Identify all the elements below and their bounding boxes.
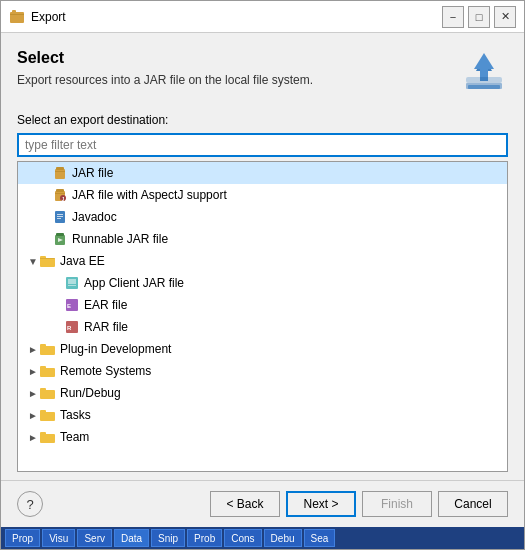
svg-rect-36 xyxy=(40,344,46,348)
tree-item-jar-aspectj[interactable]: J JAR file with AspectJ support xyxy=(18,184,507,206)
team-folder-icon xyxy=(40,429,56,445)
maximize-button[interactable]: □ xyxy=(468,6,490,28)
page-description: Export resources into a JAR file on the … xyxy=(17,73,444,87)
svg-text:E: E xyxy=(67,303,71,309)
spacer-icon xyxy=(38,232,52,246)
app-client-label: App Client JAR file xyxy=(84,276,184,290)
back-button[interactable]: < Back xyxy=(210,491,280,517)
tree-container[interactable]: JAR file J JAR file with AspectJ support xyxy=(17,161,508,472)
tree-item-app-client[interactable]: App Client JAR file xyxy=(18,272,507,294)
javadoc-label: Javadoc xyxy=(72,210,117,224)
tree-item-rar-file[interactable]: R RAR file xyxy=(18,316,507,338)
ear-file-label: EAR file xyxy=(84,298,127,312)
tree-item-ear-file[interactable]: E EAR file xyxy=(18,294,507,316)
page-title: Select xyxy=(17,49,444,67)
svg-rect-0 xyxy=(10,12,24,23)
remote-sys-label: Remote Systems xyxy=(60,364,151,378)
spacer-icon xyxy=(50,298,64,312)
svg-rect-14 xyxy=(56,189,64,192)
filter-label: Select an export destination: xyxy=(17,113,508,127)
svg-rect-40 xyxy=(40,388,46,392)
cancel-button[interactable]: Cancel xyxy=(438,491,508,517)
run-debug-label: Run/Debug xyxy=(60,386,121,400)
taskbar-item-serv[interactable]: Serv xyxy=(77,529,112,547)
dialog-footer: ? < Back Next > Finish Cancel xyxy=(1,480,524,527)
svg-rect-1 xyxy=(10,14,24,15)
run-debug-folder-icon xyxy=(40,385,56,401)
svg-rect-29 xyxy=(68,279,76,284)
tree-item-run-debug[interactable]: ► Run/Debug xyxy=(18,382,507,404)
tasks-expand-icon[interactable]: ► xyxy=(26,408,40,422)
spacer-icon xyxy=(38,210,52,224)
tree-item-remote-sys[interactable]: ► Remote Systems xyxy=(18,360,507,382)
svg-rect-30 xyxy=(68,285,76,286)
java-ee-expand-icon[interactable]: ▼ xyxy=(26,254,40,268)
finish-button[interactable]: Finish xyxy=(362,491,432,517)
next-button[interactable]: Next > xyxy=(286,491,356,517)
tree-item-tasks[interactable]: ► Tasks xyxy=(18,404,507,426)
help-button[interactable]: ? xyxy=(17,491,43,517)
svg-rect-11 xyxy=(56,167,64,170)
export-dialog: Export − □ ✕ Select Export resources int… xyxy=(0,0,525,550)
tree-item-javadoc[interactable]: Javadoc xyxy=(18,206,507,228)
taskbar-item-prob[interactable]: Prob xyxy=(187,529,222,547)
svg-rect-15 xyxy=(55,193,65,194)
dialog-content: Select Export resources into a JAR file … xyxy=(1,33,524,480)
svg-rect-20 xyxy=(57,216,63,217)
close-button[interactable]: ✕ xyxy=(494,6,516,28)
tasks-label: Tasks xyxy=(60,408,91,422)
svg-rect-23 xyxy=(56,233,64,236)
jar-aspectj-label: JAR file with AspectJ support xyxy=(72,188,227,202)
javadoc-icon xyxy=(52,209,68,225)
taskbar-item-prop[interactable]: Prop xyxy=(5,529,40,547)
spacer-icon xyxy=(50,320,64,334)
tree-item-java-ee[interactable]: ▼ Java EE xyxy=(18,250,507,272)
svg-text:J: J xyxy=(62,196,65,202)
app-client-icon xyxy=(64,275,80,291)
taskbar-item-data[interactable]: Data xyxy=(114,529,149,547)
minimize-button[interactable]: − xyxy=(442,6,464,28)
svg-rect-21 xyxy=(57,218,61,219)
runnable-jar-label: Runnable JAR file xyxy=(72,232,168,246)
svg-rect-5 xyxy=(468,85,500,89)
tree-item-jar-file[interactable]: JAR file xyxy=(18,162,507,184)
svg-rect-19 xyxy=(57,214,63,215)
svg-rect-2 xyxy=(12,10,16,13)
svg-rect-38 xyxy=(40,366,46,370)
taskbar-item-cons[interactable]: Cons xyxy=(224,529,261,547)
team-label: Team xyxy=(60,430,89,444)
jar-file-icon xyxy=(52,165,68,181)
tree-item-runnable-jar[interactable]: Runnable JAR file xyxy=(18,228,507,250)
svg-rect-44 xyxy=(40,432,46,436)
spacer-icon xyxy=(50,276,64,290)
taskbar-item-visu[interactable]: Visu xyxy=(42,529,75,547)
spacer-icon xyxy=(38,188,52,202)
taskbar-item-snip[interactable]: Snip xyxy=(151,529,185,547)
rar-file-icon: R xyxy=(64,319,80,335)
team-expand-icon[interactable]: ► xyxy=(26,430,40,444)
remote-sys-folder-icon xyxy=(40,363,56,379)
run-debug-expand-icon[interactable]: ► xyxy=(26,386,40,400)
tree-item-team[interactable]: ► Team xyxy=(18,426,507,448)
runnable-jar-icon xyxy=(52,231,68,247)
window-icon xyxy=(9,9,25,25)
plugin-dev-folder-icon xyxy=(40,341,56,357)
taskbar-item-debu[interactable]: Debu xyxy=(264,529,302,547)
spacer-icon xyxy=(38,166,52,180)
java-ee-label: Java EE xyxy=(60,254,105,268)
svg-rect-27 xyxy=(40,258,55,259)
filter-input[interactable] xyxy=(17,133,508,157)
svg-rect-12 xyxy=(55,171,65,172)
svg-rect-10 xyxy=(55,169,65,179)
window-title: Export xyxy=(31,10,442,24)
jar-file-label: JAR file xyxy=(72,166,113,180)
title-bar: Export − □ ✕ xyxy=(1,1,524,33)
header-text: Select Export resources into a JAR file … xyxy=(17,49,444,87)
remote-sys-expand-icon[interactable]: ► xyxy=(26,364,40,378)
plugin-dev-expand-icon[interactable]: ► xyxy=(26,342,40,356)
svg-rect-9 xyxy=(480,69,488,77)
tree-item-plugin-dev[interactable]: ► Plug-in Development xyxy=(18,338,507,360)
window-controls: − □ ✕ xyxy=(442,6,516,28)
svg-text:R: R xyxy=(67,325,72,331)
taskbar-item-sea[interactable]: Sea xyxy=(304,529,336,547)
